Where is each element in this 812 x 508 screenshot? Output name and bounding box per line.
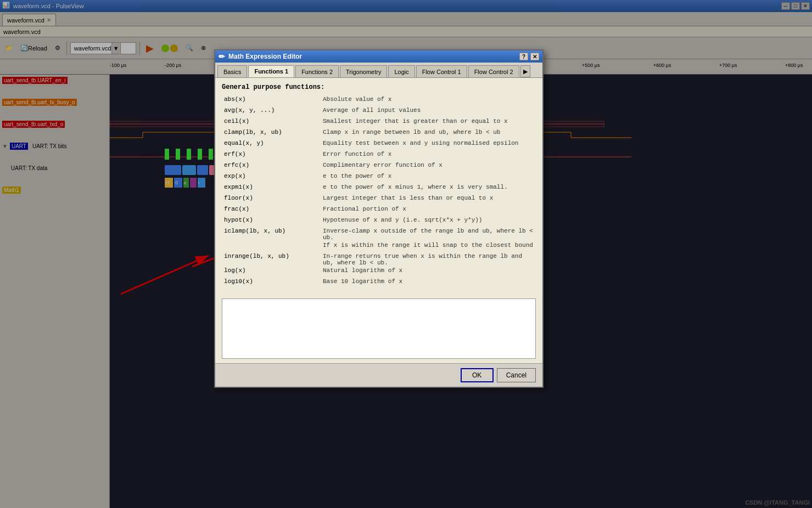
function-description: Error function of x — [321, 150, 536, 161]
function-name: log10(x) — [222, 278, 321, 289]
function-name: log(x) — [222, 267, 321, 278]
function-name: erfc(x) — [222, 161, 321, 172]
function-description: Inverse-clamp x outside of the range lb … — [321, 227, 536, 241]
function-row: iclamp(lb, x, ub)Inverse-clamp x outside… — [222, 227, 536, 241]
function-description: Equality test between x and y using norm… — [321, 139, 536, 150]
function-row: log(x)Natural logarithm of x — [222, 267, 536, 278]
function-description: Smallest integer that is greater than or… — [321, 117, 536, 128]
dialog-icon: ✏ — [219, 52, 225, 61]
dialog-help-button[interactable]: ? — [519, 53, 528, 60]
function-description: e to the power of x — [321, 172, 536, 183]
cancel-button[interactable]: Cancel — [497, 368, 536, 382]
function-description: In-range returns true when x is within t… — [321, 252, 536, 267]
function-row: frac(x)Fractional portion of x — [222, 205, 536, 216]
dialog-tabs: Basics Functions 1 Functions 2 Trigonome… — [215, 63, 542, 78]
function-row: abs(x)Absolute value of x — [222, 95, 536, 106]
function-row: avg(x, y, ...)Average of all input value… — [222, 106, 536, 117]
dialog-title: Math Expression Editor — [228, 53, 519, 60]
function-row: clamp(lb, x, ub)Clamp x in range between… — [222, 128, 536, 139]
section-title: General purpose functions: — [222, 83, 536, 91]
tab-basics[interactable]: Basics — [217, 65, 247, 77]
dialog-close-button[interactable]: ✕ — [530, 53, 539, 60]
function-row: exp(x)e to the power of x — [222, 172, 536, 183]
function-name: clamp(lb, x, ub) — [222, 128, 321, 139]
tab-flow-control1[interactable]: Flow Control 1 — [416, 65, 467, 77]
functions-table: abs(x)Absolute value of xavg(x, y, ...)A… — [222, 95, 536, 289]
dialog-titlebar: ✏ Math Expression Editor ? ✕ — [215, 50, 542, 63]
tab-trigonometry[interactable]: Trigonometry — [340, 65, 387, 77]
ok-button[interactable]: OK — [461, 368, 494, 382]
dialog-body: General purpose functions: abs(x)Absolut… — [215, 78, 542, 294]
math-expression-dialog: ✏ Math Expression Editor ? ✕ Basics Func… — [214, 49, 544, 388]
function-name: hypot(x) — [222, 216, 321, 227]
function-description: Average of all input values — [321, 106, 536, 117]
function-name: frac(x) — [222, 205, 321, 216]
tab-functions1[interactable]: Functions 1 — [248, 65, 294, 77]
function-row: If x is within the range it will snap to… — [222, 241, 536, 252]
function-description: Fractional portion of x — [321, 205, 536, 216]
function-description: Base 10 logarithm of x — [321, 278, 536, 289]
dialog-buttons: OK Cancel — [215, 363, 542, 387]
function-description: Largest integer that is less than or equ… — [321, 194, 536, 205]
function-name — [222, 241, 321, 252]
function-row: erfc(x)Complimentary error function of x — [222, 161, 536, 172]
tab-logic[interactable]: Logic — [388, 65, 415, 77]
function-name: equal(x, y) — [222, 139, 321, 150]
function-row: inrange(lb, x, ub)In-range returns true … — [222, 252, 536, 267]
function-name: floor(x) — [222, 194, 321, 205]
function-row: ceil(x)Smallest integer that is greater … — [222, 117, 536, 128]
function-name: inrange(lb, x, ub) — [222, 252, 321, 267]
function-name: abs(x) — [222, 95, 321, 106]
function-row: erf(x)Error function of x — [222, 150, 536, 161]
function-description: Clamp x in range between lb and ub, wher… — [321, 128, 536, 139]
function-row: hypot(x)Hypotenuse of x and y (i.e. sqrt… — [222, 216, 536, 227]
function-name: iclamp(lb, x, ub) — [222, 227, 321, 241]
function-name: avg(x, y, ...) — [222, 106, 321, 117]
function-description: Absolute value of x — [321, 95, 536, 106]
function-description: Hypotenuse of x and y (i.e. sqrt(x*x + y… — [321, 216, 536, 227]
function-description: e to the power of x minus 1, where x is … — [321, 183, 536, 194]
function-row: expm1(x)e to the power of x minus 1, whe… — [222, 183, 536, 194]
function-description: Complimentary error function of x — [321, 161, 536, 172]
function-name: erf(x) — [222, 150, 321, 161]
function-name: exp(x) — [222, 172, 321, 183]
function-name: ceil(x) — [222, 117, 321, 128]
tab-more-button[interactable]: ▶ — [520, 65, 530, 77]
modal-overlay: ✏ Math Expression Editor ? ✕ Basics Func… — [0, 0, 812, 508]
function-description: If x is within the range it will snap to… — [321, 241, 536, 252]
function-row: floor(x)Largest integer that is less tha… — [222, 194, 536, 205]
expression-input[interactable] — [222, 298, 536, 359]
function-name: expm1(x) — [222, 183, 321, 194]
tab-flow-control2[interactable]: Flow Control 2 — [468, 65, 519, 77]
tab-functions2[interactable]: Functions 2 — [295, 65, 339, 77]
function-description: Natural logarithm of x — [321, 267, 536, 278]
function-row: log10(x)Base 10 logarithm of x — [222, 278, 536, 289]
function-row: equal(x, y)Equality test between x and y… — [222, 139, 536, 150]
